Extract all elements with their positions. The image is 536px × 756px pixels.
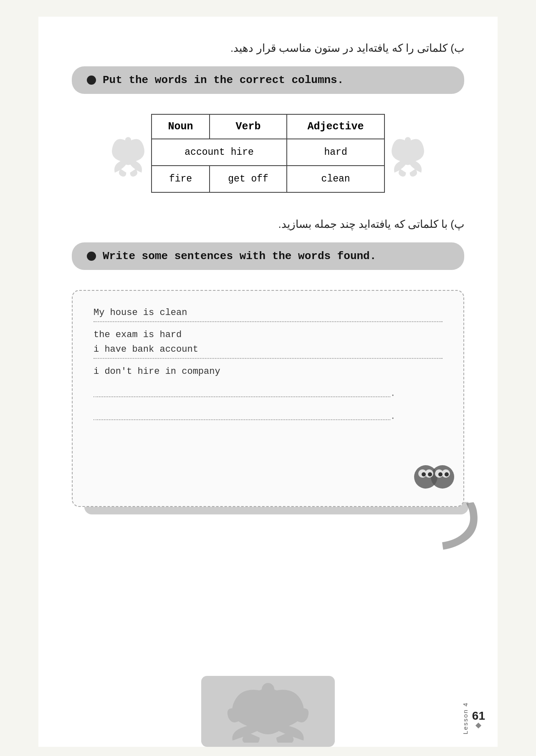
instruction-bar-2: Write some sentences with the words foun… [72, 242, 464, 270]
lesson-label: Lesson 4 [462, 702, 469, 734]
page-footer: Lesson 4 61 [462, 702, 485, 734]
col-adjective: Adjective [287, 114, 384, 139]
svg-point-10 [422, 472, 426, 476]
instruction-text-2: Write some sentences with the words foun… [103, 250, 376, 262]
col-noun: Noun [152, 114, 210, 139]
page: ب) کلماتی را که یافته‌اید در ستون مناسب … [38, 17, 498, 747]
sentence-1: My house is clean [94, 307, 442, 318]
bullet-icon-2 [87, 252, 96, 261]
dotted-line-1 [94, 319, 442, 322]
bottom-ornament [201, 676, 335, 747]
writing-line-4: i don't hire in company [94, 366, 442, 377]
persian-label-1: ب) کلماتی را که یافته‌اید در ستون مناسب … [72, 42, 464, 55]
cell-adj-1: hard [287, 139, 384, 166]
table-row-1: account hire hard [152, 139, 384, 166]
cell-noun-verb-1: account hire [152, 139, 287, 166]
sentence-4: i don't hire in company [94, 366, 442, 377]
table-section: Noun Verb Adjective account hire hard fi… [72, 114, 464, 193]
writing-line-3: i have bank account [94, 344, 442, 359]
ornament-right-icon [385, 126, 431, 181]
svg-point-11 [428, 472, 432, 476]
writing-box[interactable]: My house is clean the exam is hard i hav… [72, 290, 464, 507]
cell-adj-2: clean [287, 166, 384, 192]
page-number: 61 [472, 709, 485, 723]
period-1: . [390, 388, 396, 399]
ornament-left-icon [105, 126, 151, 181]
arabic-calligraphy-deco: ﺭ [434, 454, 486, 542]
cell-verb-2: get off [210, 166, 287, 192]
word-table: Noun Verb Adjective account hire hard fi… [151, 114, 385, 193]
section2: پ) با کلماتی که یافته‌اید چند جمله بسازی… [72, 218, 464, 507]
table-row-2: fire get off clean [152, 166, 384, 192]
bottom-ornament-icon [210, 680, 326, 743]
cell-noun-2: fire [152, 166, 210, 192]
sentence-3: i have bank account [94, 344, 442, 355]
blank-dotted-2 [94, 417, 390, 420]
writing-line-2: the exam is hard [94, 330, 442, 340]
sentence-2: the exam is hard [94, 330, 442, 340]
decorative-right [385, 126, 431, 181]
diamond-icon [475, 722, 481, 728]
blank-line-group-2: . [94, 411, 442, 422]
writing-box-wrapper: My house is clean the exam is hard i hav… [72, 290, 464, 507]
svg-point-3 [405, 137, 411, 143]
writing-line-1: My house is clean [94, 307, 442, 322]
bullet-icon [87, 76, 96, 85]
svg-point-15 [262, 683, 274, 696]
persian-label-2: پ) با کلماتی که یافته‌اید چند جمله بسازی… [72, 218, 464, 231]
blank-line-group-1: . [94, 388, 442, 399]
instruction-text-1: Put the words in the correct columns. [103, 74, 344, 86]
decorative-left [105, 126, 151, 181]
dotted-line-2 [94, 355, 442, 359]
period-2: . [390, 411, 396, 422]
col-verb: Verb [210, 114, 287, 139]
instruction-bar-1: Put the words in the correct columns. [72, 66, 464, 94]
blank-dotted-1 [94, 394, 390, 397]
svg-point-1 [125, 137, 131, 143]
